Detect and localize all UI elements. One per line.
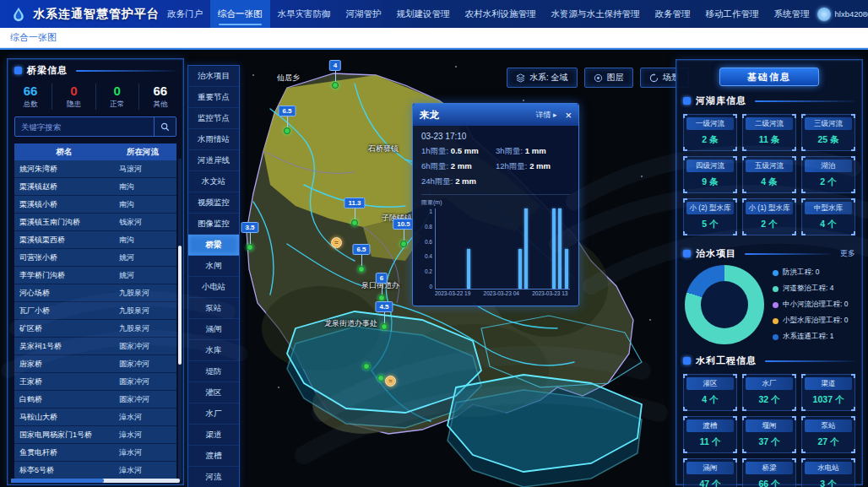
nav-item[interactable]: 综合一张图 <box>210 0 270 28</box>
map-pin-icon[interactable] <box>363 363 370 370</box>
marker-pin-icon[interactable] <box>381 323 388 330</box>
info-card[interactable]: 一级河流 2 条 <box>683 114 737 151</box>
marker-value-badge[interactable]: 4.5 <box>375 301 393 312</box>
marker-pin-icon[interactable] <box>284 127 290 134</box>
station-icon[interactable]: ≈ <box>331 237 342 248</box>
table-row[interactable]: 河心场桥 九股泉河 <box>14 284 176 302</box>
nav-item[interactable]: 水旱灾害防御 <box>270 0 339 28</box>
layer-menu-item[interactable]: 渡槽 <box>188 446 239 467</box>
table-row[interactable]: 司营张小桥 姚河 <box>14 249 176 267</box>
map-canvas[interactable]: 仙居乡 石桥驿镇 子陵铺镇 泉口街道办 龙泉街道办事处 4 6.5 <box>0 48 868 487</box>
table-row[interactable]: 王家桥 圆家冲河 <box>14 373 176 391</box>
info-card[interactable]: 渠道 1037 个 <box>801 374 855 411</box>
marker-value-badge[interactable]: 6.5 <box>278 106 296 116</box>
layer-menu-item[interactable]: 视频监控 <box>188 192 239 214</box>
info-card[interactable]: 二级河流 11 条 <box>742 114 796 151</box>
layer-menu-item[interactable]: 图像监控 <box>188 214 239 235</box>
basic-info-button[interactable]: 基础信息 <box>719 68 819 86</box>
layer-menu-item[interactable]: 水厂 <box>188 403 239 425</box>
layer-menu-item[interactable]: 灌区 <box>188 382 239 403</box>
layer-menu-item[interactable]: 重要节点 <box>188 87 239 108</box>
marker-value-badge[interactable]: 6.5 <box>352 244 370 255</box>
water-system-selector[interactable]: 水系: 全域 <box>507 68 578 88</box>
info-card[interactable]: 渡槽 11 个 <box>683 416 737 453</box>
nav-item[interactable]: 水资源与水土保持管理 <box>544 0 648 28</box>
layer-menu-item[interactable]: 小电站 <box>188 277 239 298</box>
table-row[interactable]: 国家电网杨家门1号桥 漳水河 <box>14 426 176 444</box>
info-card[interactable]: 小 (1) 型水库 2 个 <box>742 198 796 235</box>
close-icon[interactable]: × <box>565 110 572 121</box>
layer-menu-item[interactable]: 治水项目 <box>188 66 239 87</box>
more-link[interactable]: 更多 <box>840 248 855 259</box>
scrollbar-thumb[interactable] <box>178 246 182 365</box>
nav-item[interactable]: 政务门户 <box>160 0 210 28</box>
map-pin-icon[interactable] <box>377 375 384 381</box>
info-card[interactable]: 五级河流 4 条 <box>742 156 796 193</box>
table-row[interactable]: 栗溪镇赵桥 南沟 <box>14 178 176 196</box>
layer-menu-item[interactable]: 涵闸 <box>188 319 239 340</box>
table-row[interactable]: 标亭5号桥 漳水河 <box>14 462 176 479</box>
info-card[interactable]: 小 (2) 型水库 5 个 <box>683 198 737 235</box>
info-card[interactable]: 涵闸 47 个 <box>683 458 737 487</box>
marker-pin-icon[interactable] <box>358 266 365 273</box>
search-button[interactable] <box>154 117 176 136</box>
breadcrumb[interactable]: 综合一张图 <box>10 31 57 44</box>
layer-menu-item[interactable]: 堤防 <box>188 361 239 382</box>
user-menu[interactable]: hlxb42080261 ▾ <box>817 8 868 21</box>
nav-item[interactable]: 政务管理 <box>648 0 698 28</box>
table-row[interactable]: 白鹤桥 圆家冲河 <box>14 391 176 409</box>
info-card[interactable]: 水厂 32 个 <box>742 374 796 411</box>
marker-pin-icon[interactable] <box>400 241 407 247</box>
marker-pin-icon[interactable] <box>247 244 253 251</box>
search-input[interactable] <box>15 117 154 136</box>
info-card[interactable]: 堰闸 37 个 <box>742 416 796 453</box>
table-row[interactable]: 栗溪镇栗西桥 南沟 <box>14 231 176 249</box>
info-card[interactable]: 三级河流 25 条 <box>801 114 855 151</box>
table-row[interactable]: 矿区桥 九股泉河 <box>14 320 176 338</box>
nav-item[interactable]: 移动工作管理 <box>698 0 767 28</box>
table-row[interactable]: 李学桥门沟桥 姚河 <box>14 267 176 284</box>
marker-pin-icon[interactable] <box>378 295 385 301</box>
marker-value-badge[interactable]: 11.3 <box>344 198 365 208</box>
marker-pin-icon[interactable] <box>332 82 339 89</box>
layer-menu-item[interactable]: 河流 <box>188 467 239 487</box>
horizontal-scrollbar[interactable] <box>11 479 180 483</box>
popup-detail-link[interactable]: 详情 ▸ <box>535 110 556 121</box>
marker-value-badge[interactable]: 4 <box>329 60 341 71</box>
layer-menu-item[interactable]: 桥梁 <box>188 235 239 256</box>
table-row[interactable]: 鱼贯电杆桥 漳水河 <box>14 444 176 462</box>
layer-menu-item[interactable]: 水文站 <box>188 171 239 192</box>
table-row[interactable]: 栗溪镇小桥 南沟 <box>14 196 176 214</box>
layer-menu-item[interactable]: 河道岸线 <box>188 150 239 171</box>
layers-button[interactable]: 图层 <box>584 68 633 88</box>
info-card[interactable]: 灌区 4 个 <box>683 374 737 411</box>
table-row[interactable]: 栗溪镇玉南门沟桥 钱家河 <box>14 214 176 231</box>
layer-menu-item[interactable]: 渠道 <box>188 425 239 446</box>
nav-item[interactable]: 河湖管护 <box>339 0 389 28</box>
layer-menu-item[interactable]: 泵站 <box>188 298 239 319</box>
info-card[interactable]: 泵站 27 个 <box>801 416 855 453</box>
layer-menu-item[interactable]: 监控节点 <box>188 108 239 129</box>
layer-menu-item[interactable]: 水库 <box>188 340 239 361</box>
table-row[interactable]: 瓦厂小桥 九股泉河 <box>14 302 176 320</box>
info-card[interactable]: 湖泊 2 个 <box>801 156 855 193</box>
layer-menu-item[interactable]: 水雨情站 <box>188 129 239 150</box>
table-row[interactable]: 唐家桥 圆家冲河 <box>14 355 176 373</box>
table-row[interactable]: 姚河朱湾桥 马滚河 <box>14 160 176 178</box>
marker-value-badge[interactable]: 6 <box>376 273 388 284</box>
marker-pin-icon[interactable] <box>351 219 358 226</box>
info-card[interactable]: 水电站 3 个 <box>801 458 855 487</box>
nav-item[interactable]: 农村水利设施管理 <box>458 0 544 28</box>
station-icon[interactable]: ≈ <box>385 376 396 387</box>
nav-item[interactable]: 规划建设管理 <box>389 0 458 28</box>
vertical-scrollbar[interactable] <box>178 159 182 481</box>
table-row[interactable]: 马鞍山大桥 漳水河 <box>14 409 176 426</box>
marker-value-badge[interactable]: 3.5 <box>241 222 258 233</box>
table-row[interactable]: 吴家祠1号桥 圆家冲河 <box>14 338 176 355</box>
info-card[interactable]: 中型水库 4 个 <box>801 198 855 235</box>
info-card[interactable]: 四级河流 9 条 <box>683 156 737 193</box>
layer-menu-item[interactable]: 水闸 <box>188 256 239 277</box>
scrollbar-thumb[interactable] <box>11 479 104 483</box>
info-card[interactable]: 桥梁 66 个 <box>742 458 796 487</box>
nav-item[interactable]: 系统管理 <box>767 0 817 28</box>
